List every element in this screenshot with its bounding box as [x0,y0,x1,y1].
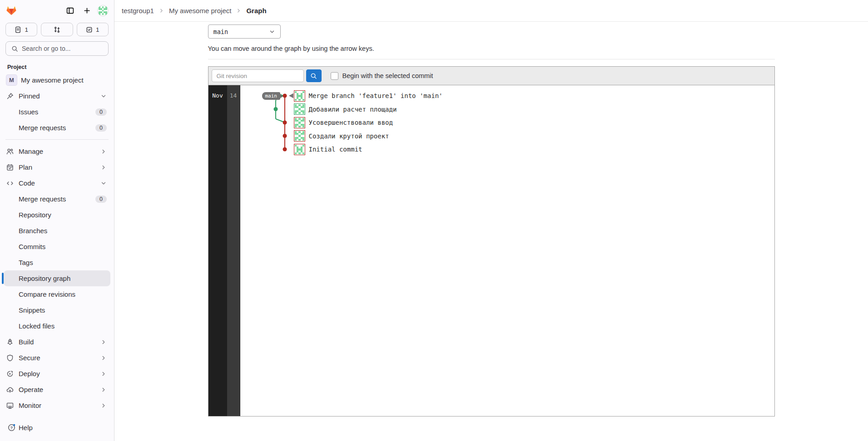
todos-count: 1 [96,26,99,33]
day-column: 14 [227,85,240,416]
cloud-gear-icon [6,386,14,393]
author-identicon [295,131,304,141]
sidebar-item-pinned[interactable]: Pinned [4,88,110,104]
sidebar-nav: M My awesome project Pinned Issues 0 Mer… [0,71,114,416]
sidebar-item-pinned-issues[interactable]: Issues 0 [4,104,110,120]
breadcrumb: testgroup1 My awesome project Graph [114,0,868,22]
sidebar-item-snippets[interactable]: Snippets [4,302,110,318]
breadcrumb-current-page: Graph [246,7,266,15]
commit-row: Merge branch 'feature1' into 'main' [240,90,443,102]
sidebar-header [0,0,114,19]
chevron-right-icon [100,371,107,377]
branch-selector[interactable]: main [208,24,281,39]
breadcrumb-separator-icon [159,8,164,14]
merge-requests-badge: 0 [95,196,107,203]
chevron-right-icon [100,339,107,345]
gitlab-logo[interactable] [5,5,17,16]
author-identicon [295,104,304,114]
sidebar-item-plan[interactable]: Plan [4,159,110,175]
commit-message[interactable]: Добавили расчет площади [309,106,397,113]
plus-icon [83,7,91,15]
revision-search-button[interactable] [306,69,322,82]
user-identicon [99,6,107,15]
graph-hint-text: You can move around the graph by using t… [208,45,775,52]
sidebar-item-project[interactable]: M My awesome project [4,72,110,88]
begin-with-selected-commit-checkbox[interactable] [331,72,338,80]
sidebar-item-pinned-merge-requests[interactable]: Merge requests 0 [4,120,110,136]
author-identicon [295,91,304,101]
search-icon [11,45,18,52]
help-label: Help [19,424,33,431]
merge-request-icon [54,26,60,33]
commit-row: Усовершенствовали ввод [240,117,393,128]
project-name: My awesome project [21,76,107,84]
sidebar-item-analyze[interactable]: Analyze [4,413,110,416]
breadcrumb-group[interactable]: testgroup1 [122,7,154,15]
issues-count-button[interactable]: 1 [5,23,37,36]
sidebar-toggle-button[interactable] [64,4,76,17]
monitor-icon [6,402,14,409]
search-icon [310,73,317,79]
help-button[interactable]: ? Help [5,420,109,435]
selected-branch: main [213,28,265,35]
sidebar-item-build[interactable]: Build [4,334,110,350]
sidebar-footer: ? Help [0,416,114,441]
divider [208,59,775,59]
day-label: 14 [227,92,240,99]
commit-author-avatar [294,117,305,128]
merge-requests-badge: 0 [95,124,107,132]
sidebar-toggle-icon [66,7,74,15]
commit-message[interactable]: Создали крутой проект [309,132,389,140]
breadcrumb-separator-icon [236,8,242,14]
revision-form: Begin with the selected commit [208,67,774,85]
commit-author-avatar [294,130,305,142]
git-revision-input[interactable] [212,69,304,82]
sidebar-item-tags[interactable]: Tags [4,255,110,270]
main-content: testgroup1 My awesome project Graph main… [114,0,868,441]
sidebar-item-compare-revisions[interactable]: Compare revisions [4,286,110,302]
calendar-icon [6,163,14,171]
sidebar-item-commits[interactable]: Commits [4,239,110,255]
sidebar-item-locked-files[interactable]: Locked files [4,318,110,334]
commit-message[interactable]: Merge branch 'feature1' into 'main' [309,92,443,99]
pin-icon [6,92,14,100]
sidebar-item-repository[interactable]: Repository [4,207,110,223]
rocket-icon [6,338,14,346]
sidebar-item-deploy[interactable]: Deploy [4,366,110,382]
search-or-go-to[interactable]: Search or go to... [5,41,109,56]
issues-icon [15,26,21,33]
sidebar-item-branches[interactable]: Branches [4,223,110,239]
merge-requests-count-button[interactable] [41,23,73,36]
sidebar: 1 1 Search or go to... Project M My awes… [0,0,114,441]
commit-row: Создали крутой проект [240,130,389,142]
sidebar-item-merge-requests[interactable]: Merge requests 0 [4,191,110,207]
commit-author-avatar [294,90,305,102]
divider [5,139,109,140]
user-avatar[interactable] [97,5,109,16]
create-new-button[interactable] [80,4,93,17]
sidebar-item-repository-graph[interactable]: Repository graph [4,270,110,286]
sidebar-item-monitor[interactable]: Monitor [4,397,110,413]
graph-page: main You can move around the graph by us… [208,22,775,416]
shield-icon [6,354,14,362]
commit-row: Initial commit [240,143,362,155]
breadcrumb-project[interactable]: My awesome project [169,7,232,15]
author-identicon [295,118,304,127]
sidebar-item-operate[interactable]: Operate [4,382,110,397]
sidebar-counts: 1 1 [5,23,109,36]
sidebar-item-manage[interactable]: Manage [4,143,110,159]
code-icon [6,179,14,187]
sidebar-item-secure[interactable]: Secure [4,350,110,366]
chevron-down-icon [269,29,275,35]
repository-graph-card: Begin with the selected commit Nov 14 [208,66,775,416]
chevron-right-icon [100,387,107,393]
checkbox-label: Begin with the selected commit [342,72,433,79]
commit-message[interactable]: Initial commit [309,146,362,153]
commit-author-avatar [294,144,305,155]
author-identicon [295,145,304,154]
chevron-right-icon [100,402,107,409]
todos-count-button[interactable]: 1 [77,23,109,36]
commit-message[interactable]: Усовершенствовали ввод [309,119,393,126]
help-icon: ? [8,424,15,431]
sidebar-item-code[interactable]: Code [4,175,110,191]
